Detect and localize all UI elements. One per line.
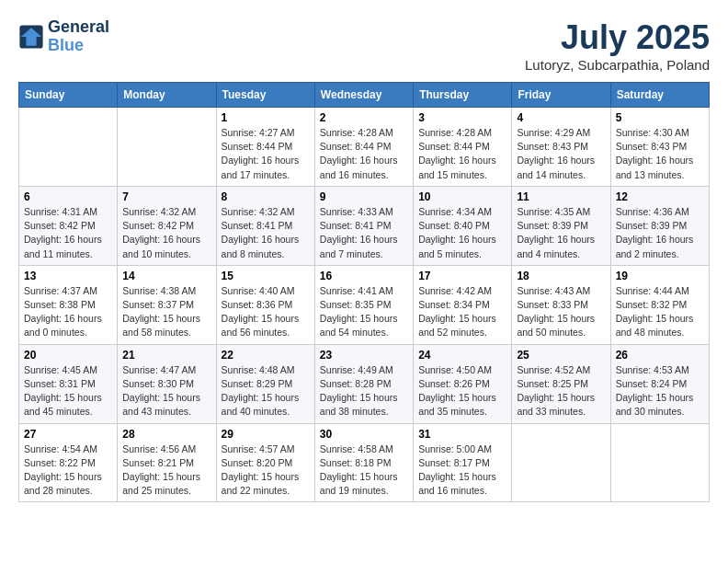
calendar-cell: 22Sunrise: 4:48 AM Sunset: 8:29 PM Dayli… [216,344,314,423]
day-info: Sunrise: 4:29 AM Sunset: 8:43 PM Dayligh… [517,126,605,182]
calendar-cell: 7Sunrise: 4:32 AM Sunset: 8:42 PM Daylig… [118,186,216,265]
day-number: 17 [418,270,506,282]
calendar-week-row: 6Sunrise: 4:31 AM Sunset: 8:42 PM Daylig… [19,186,710,265]
day-number: 24 [418,349,506,362]
weekday-header-cell: Monday [118,83,216,108]
calendar-cell: 30Sunrise: 4:58 AM Sunset: 8:18 PM Dayli… [314,423,413,502]
logo: General Blue [18,18,109,55]
day-number: 3 [418,111,506,124]
day-info: Sunrise: 4:50 AM Sunset: 8:26 PM Dayligh… [418,363,506,419]
day-info: Sunrise: 4:31 AM Sunset: 8:42 PM Dayligh… [24,205,112,261]
day-number: 18 [517,270,605,282]
title-block: July 2025 Lutoryz, Subcarpathia, Poland [525,18,710,73]
location-subtitle: Lutoryz, Subcarpathia, Poland [525,57,710,73]
day-info: Sunrise: 4:58 AM Sunset: 8:18 PM Dayligh… [320,442,408,499]
day-info: Sunrise: 4:41 AM Sunset: 8:35 PM Dayligh… [320,284,408,340]
day-number: 6 [24,190,112,203]
logo-icon [18,24,44,50]
calendar-cell: 24Sunrise: 4:50 AM Sunset: 8:26 PM Dayli… [414,344,512,423]
day-info: Sunrise: 4:27 AM Sunset: 8:44 PM Dayligh… [222,126,310,182]
calendar-table: SundayMondayTuesdayWednesdayThursdayFrid… [18,82,710,502]
weekday-header-cell: Saturday [610,83,709,108]
day-info: Sunrise: 4:30 AM Sunset: 8:43 PM Dayligh… [616,126,704,182]
calendar-cell: 16Sunrise: 4:41 AM Sunset: 8:35 PM Dayli… [314,265,413,344]
calendar-cell: 29Sunrise: 4:57 AM Sunset: 8:20 PM Dayli… [216,423,314,502]
weekday-header-cell: Wednesday [314,83,413,108]
calendar-cell: 3Sunrise: 4:28 AM Sunset: 8:44 PM Daylig… [414,108,512,187]
day-info: Sunrise: 4:37 AM Sunset: 8:38 PM Dayligh… [24,284,112,340]
day-number: 4 [517,111,605,124]
logo-line1: General [48,18,109,37]
calendar-cell: 17Sunrise: 4:42 AM Sunset: 8:34 PM Dayli… [414,265,512,344]
day-info: Sunrise: 4:48 AM Sunset: 8:29 PM Dayligh… [222,363,310,419]
calendar-cell: 13Sunrise: 4:37 AM Sunset: 8:38 PM Dayli… [19,265,118,344]
day-info: Sunrise: 4:57 AM Sunset: 8:20 PM Dayligh… [222,442,310,499]
calendar-body: 1Sunrise: 4:27 AM Sunset: 8:44 PM Daylig… [19,108,710,502]
day-number: 15 [222,270,310,282]
day-number: 16 [320,270,408,282]
month-title: July 2025 [525,18,710,57]
calendar-cell: 4Sunrise: 4:29 AM Sunset: 8:43 PM Daylig… [512,108,610,187]
day-number: 31 [418,428,506,441]
calendar-cell: 2Sunrise: 4:28 AM Sunset: 8:44 PM Daylig… [314,108,413,187]
day-number: 25 [517,349,605,362]
day-number: 5 [616,111,704,124]
day-info: Sunrise: 5:00 AM Sunset: 8:17 PM Dayligh… [418,442,506,499]
page-header: General Blue July 2025 Lutoryz, Subcarpa… [18,18,710,73]
logo-line2: Blue [48,37,109,55]
calendar-cell: 11Sunrise: 4:35 AM Sunset: 8:39 PM Dayli… [512,186,610,265]
day-number: 7 [122,190,210,203]
day-number: 27 [24,428,112,441]
weekday-header-row: SundayMondayTuesdayWednesdayThursdayFrid… [19,83,710,108]
day-number: 20 [24,349,112,362]
day-number: 10 [418,190,506,203]
day-info: Sunrise: 4:56 AM Sunset: 8:21 PM Dayligh… [122,442,210,499]
day-info: Sunrise: 4:53 AM Sunset: 8:24 PM Dayligh… [616,363,704,419]
calendar-cell: 5Sunrise: 4:30 AM Sunset: 8:43 PM Daylig… [610,108,709,187]
day-number: 26 [616,349,704,362]
calendar-cell: 14Sunrise: 4:38 AM Sunset: 8:37 PM Dayli… [118,265,216,344]
calendar-cell: 6Sunrise: 4:31 AM Sunset: 8:42 PM Daylig… [19,186,118,265]
day-info: Sunrise: 4:35 AM Sunset: 8:39 PM Dayligh… [517,205,605,261]
calendar-week-row: 1Sunrise: 4:27 AM Sunset: 8:44 PM Daylig… [19,108,710,187]
day-number: 1 [222,111,310,124]
calendar-cell [118,108,216,187]
calendar-cell: 31Sunrise: 5:00 AM Sunset: 8:17 PM Dayli… [414,423,512,502]
calendar-cell: 23Sunrise: 4:49 AM Sunset: 8:28 PM Dayli… [314,344,413,423]
day-number: 30 [320,428,408,441]
day-info: Sunrise: 4:38 AM Sunset: 8:37 PM Dayligh… [122,284,210,340]
weekday-header-cell: Friday [512,83,610,108]
day-number: 2 [320,111,408,124]
day-info: Sunrise: 4:45 AM Sunset: 8:31 PM Dayligh… [24,363,112,419]
day-info: Sunrise: 4:36 AM Sunset: 8:39 PM Dayligh… [616,205,704,261]
calendar-cell: 21Sunrise: 4:47 AM Sunset: 8:30 PM Dayli… [118,344,216,423]
calendar-cell: 12Sunrise: 4:36 AM Sunset: 8:39 PM Dayli… [610,186,709,265]
day-info: Sunrise: 4:47 AM Sunset: 8:30 PM Dayligh… [122,363,210,419]
day-number: 8 [222,190,310,203]
day-info: Sunrise: 4:49 AM Sunset: 8:28 PM Dayligh… [320,363,408,419]
calendar-cell: 9Sunrise: 4:33 AM Sunset: 8:41 PM Daylig… [314,186,413,265]
weekday-header-cell: Sunday [19,83,118,108]
calendar-cell: 1Sunrise: 4:27 AM Sunset: 8:44 PM Daylig… [216,108,314,187]
calendar-cell: 28Sunrise: 4:56 AM Sunset: 8:21 PM Dayli… [118,423,216,502]
calendar-cell: 15Sunrise: 4:40 AM Sunset: 8:36 PM Dayli… [216,265,314,344]
day-info: Sunrise: 4:28 AM Sunset: 8:44 PM Dayligh… [418,126,506,182]
day-number: 21 [122,349,210,362]
day-number: 11 [517,190,605,203]
day-info: Sunrise: 4:54 AM Sunset: 8:22 PM Dayligh… [24,442,112,499]
weekday-header-cell: Thursday [414,83,512,108]
day-info: Sunrise: 4:42 AM Sunset: 8:34 PM Dayligh… [418,284,506,340]
day-number: 13 [24,270,112,282]
day-number: 12 [616,190,704,203]
day-number: 9 [320,190,408,203]
day-info: Sunrise: 4:28 AM Sunset: 8:44 PM Dayligh… [320,126,408,182]
day-info: Sunrise: 4:52 AM Sunset: 8:25 PM Dayligh… [517,363,605,419]
day-info: Sunrise: 4:33 AM Sunset: 8:41 PM Dayligh… [320,205,408,261]
day-number: 28 [122,428,210,441]
day-number: 23 [320,349,408,362]
day-info: Sunrise: 4:40 AM Sunset: 8:36 PM Dayligh… [222,284,310,340]
calendar-cell: 26Sunrise: 4:53 AM Sunset: 8:24 PM Dayli… [610,344,709,423]
day-info: Sunrise: 4:32 AM Sunset: 8:41 PM Dayligh… [222,205,310,261]
day-number: 14 [122,270,210,282]
day-info: Sunrise: 4:32 AM Sunset: 8:42 PM Dayligh… [122,205,210,261]
